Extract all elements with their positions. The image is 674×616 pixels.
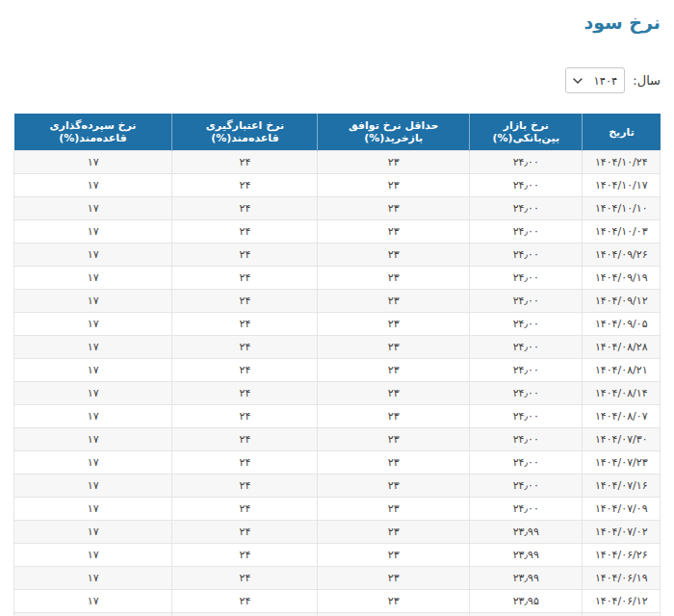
table-cell: ۱۷ (14, 267, 172, 290)
table-cell: ۱۷ (14, 174, 172, 197)
table-row: ۱۴۰۴/۰۸/۱۴۲۴٫۰۰۲۳۲۴۱۷ (14, 382, 661, 405)
table-cell: ۲۴٫۰۰ (470, 359, 583, 382)
table-cell: ۲۴ (172, 428, 318, 451)
table-cell: ۱۴۰۴/۰۸/۲۱ (583, 359, 661, 382)
table-cell: ۲۳٫۹۹ (470, 567, 583, 590)
table-cell: ۲۴ (172, 475, 318, 498)
table-cell: ۲۴ (172, 567, 318, 590)
table-cell: ۲۳ (318, 359, 470, 382)
table-cell: ۲۴٫۰۰ (470, 151, 583, 174)
table-row: ۱۴۰۴/۰۸/۲۸۲۴٫۰۰۲۳۲۴۱۷ (14, 336, 661, 359)
table-cell: ۱۷ (14, 382, 172, 405)
table-cell: ۲۳٫۹۵ (470, 590, 583, 613)
table-cell: ۲۳ (318, 267, 470, 290)
table-cell: ۲۳ (318, 197, 470, 220)
table-cell: ۱۴۰۴/۰۷/۳۰ (583, 428, 661, 451)
table-row: ۱۴۰۴/۰۷/۳۰۲۴٫۰۰۲۳۲۴۱۷ (14, 428, 661, 451)
table-cell: ۱۴۰۴/۰۷/۰۹ (583, 498, 661, 521)
table-cell: ۲۳ (318, 475, 470, 498)
table-cell: ۲۴٫۰۰ (470, 382, 583, 405)
year-label: سال: (633, 73, 661, 88)
table-cell: ۲۳ (318, 405, 470, 428)
table-row: ۱۴۰۴/۱۰/۱۷۲۴٫۰۰۲۳۲۴۱۷ (14, 174, 661, 197)
table-cell: ۱۷ (14, 359, 172, 382)
year-select-value: ۱۴۰۴ (594, 74, 618, 88)
table-cell: ۲۴ (172, 613, 318, 616)
table-cell: ۲۴ (172, 197, 318, 220)
table-cell: ۲۴٫۰۰ (470, 475, 583, 498)
column-header: تاریخ (583, 114, 661, 151)
table-cell: ۲۳ (318, 220, 470, 244)
table-row: ۱۴۰۴/۰۷/۰۲۲۳٫۹۹۲۳۲۴۱۷ (14, 521, 661, 544)
table-row: ۱۴۰۴/۰۸/۰۷۲۴٫۰۰۲۳۲۴۱۷ (14, 405, 661, 428)
table-cell: ۱۴۰۴/۰۸/۱۴ (583, 382, 661, 405)
page: نرخ سود سال: ۱۴۰۴ تاریخنرخ بازار بین‌بان… (0, 0, 674, 616)
table-row: ۱۴۰۴/۰۹/۱۲۲۴٫۰۰۲۳۲۴۱۷ (14, 290, 661, 313)
table-cell: ۱۷ (14, 428, 172, 451)
table-cell: ۱۷ (14, 590, 172, 613)
table-cell: ۲۳ (318, 336, 470, 359)
table-cell: ۲۳ (318, 151, 470, 174)
table-cell: ۲۴٫۰۰ (470, 498, 583, 521)
table-cell: ۱۴۰۴/۱۰/۱۷ (583, 174, 661, 197)
table-cell: ۱۴۰۴/۰۹/۲۶ (583, 244, 661, 267)
table-cell: ۱۴۰۴/۰۸/۰۷ (583, 405, 661, 428)
rate-table: تاریخنرخ بازار بین‌بانکی(%)حداقل نرخ توا… (13, 114, 661, 616)
table-cell: ۲۳ (318, 590, 470, 613)
table-cell: ۱۴۰۴/۰۷/۲۳ (583, 451, 661, 475)
table-cell: ۲۳٫۹۹ (470, 521, 583, 544)
table-cell: ۱۷ (14, 567, 172, 590)
table-cell: ۱۷ (14, 313, 172, 336)
year-select[interactable]: ۱۴۰۴ (565, 67, 625, 93)
table-cell: ۲۴ (172, 244, 318, 267)
table-cell: ۱۷ (14, 451, 172, 475)
table-cell: ۲۴٫۰۰ (470, 336, 583, 359)
table-cell: ۱۴۰۴/۱۰/۱۰ (583, 197, 661, 220)
table-row: ۱۴۰۴/۰۶/۱۲۲۳٫۹۵۲۳۲۴۱۷ (14, 590, 661, 613)
table-cell: ۲۴ (172, 336, 318, 359)
table-row: ۱۴۰۴/۱۰/۰۳۲۴٫۰۰۲۳۲۴۱۷ (14, 220, 661, 244)
table-cell: ۲۳ (318, 567, 470, 590)
table-row: ۱۴۰۴/۰۹/۱۹۲۴٫۰۰۲۳۲۴۱۷ (14, 267, 661, 290)
column-header: حداقل نرخ توافق بازخرید(%) (318, 114, 470, 151)
column-header: نرخ سپرده‌گذاری قاعده‌مند(%) (14, 114, 172, 151)
table-cell: ۲۳٫۹۹ (470, 613, 583, 616)
table-cell: ۱۴۰۴/۰۶/۱۹ (583, 567, 661, 590)
table-cell: ۲۴٫۰۰ (470, 197, 583, 220)
table-cell: ۱۴۰۴/۰۶/۰۵ (583, 613, 661, 616)
table-head: تاریخنرخ بازار بین‌بانکی(%)حداقل نرخ توا… (14, 114, 661, 151)
table-cell: ۲۳ (318, 313, 470, 336)
chevron-down-icon (573, 78, 583, 84)
year-filter-row: سال: ۱۴۰۴ (13, 67, 661, 93)
table-cell: ۱۷ (14, 151, 172, 174)
table-cell: ۲۳ (318, 451, 470, 475)
rate-table-wrap: تاریخنرخ بازار بین‌بانکی(%)حداقل نرخ توا… (13, 114, 661, 616)
table-cell: ۲۳ (318, 428, 470, 451)
table-cell: ۲۴٫۰۰ (470, 451, 583, 475)
table-cell: ۱۷ (14, 544, 172, 567)
table-cell: ۱۴۰۴/۰۸/۲۸ (583, 336, 661, 359)
table-cell: ۲۴ (172, 151, 318, 174)
table-row: ۱۴۰۴/۱۰/۲۴۲۴٫۰۰۲۳۲۴۱۷ (14, 151, 661, 174)
table-cell: ۱۴۰۴/۰۹/۰۵ (583, 313, 661, 336)
table-cell: ۲۳ (318, 174, 470, 197)
table-cell: ۱۴۰۴/۰۶/۲۶ (583, 544, 661, 567)
table-body: ۱۴۰۴/۱۰/۲۴۲۴٫۰۰۲۳۲۴۱۷۱۴۰۴/۱۰/۱۷۲۴٫۰۰۲۳۲۴… (14, 151, 661, 616)
table-row: ۱۴۰۴/۰۷/۱۶۲۴٫۰۰۲۳۲۴۱۷ (14, 475, 661, 498)
table-cell: ۲۴٫۰۰ (470, 174, 583, 197)
table-cell: ۲۴ (172, 174, 318, 197)
page-title: نرخ سود (13, 0, 661, 36)
table-cell: ۲۳ (318, 544, 470, 567)
table-cell: ۲۴٫۰۰ (470, 405, 583, 428)
table-cell: ۲۳ (318, 613, 470, 616)
table-cell: ۲۴ (172, 220, 318, 244)
table-row: ۱۴۰۴/۰۷/۲۳۲۴٫۰۰۲۳۲۴۱۷ (14, 451, 661, 475)
table-row: ۱۴۰۴/۰۹/۰۵۲۴٫۰۰۲۳۲۴۱۷ (14, 313, 661, 336)
table-cell: ۱۷ (14, 521, 172, 544)
table-cell: ۱۴۰۴/۰۹/۱۲ (583, 290, 661, 313)
table-row: ۱۴۰۴/۰۹/۲۶۲۴٫۰۰۲۳۲۴۱۷ (14, 244, 661, 267)
table-cell: ۲۴٫۰۰ (470, 428, 583, 451)
table-cell: ۱۴۰۴/۰۹/۱۹ (583, 267, 661, 290)
table-cell: ۲۴٫۰۰ (470, 220, 583, 244)
table-cell: ۱۷ (14, 613, 172, 616)
